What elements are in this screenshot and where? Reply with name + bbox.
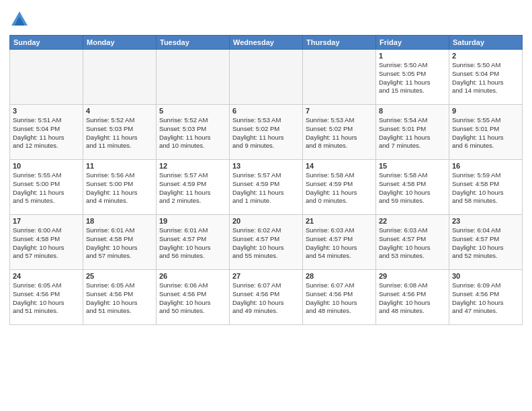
day-number: 27 — [232, 272, 300, 280]
day-number: 24 — [13, 272, 80, 280]
day-number: 7 — [306, 107, 373, 115]
week-row-3: 17Sunrise: 6:00 AMSunset: 4:58 PMDayligh… — [10, 215, 523, 270]
header — [9, 7, 523, 30]
week-row-1: 3Sunrise: 5:51 AMSunset: 5:04 PMDaylight… — [10, 105, 523, 160]
day-number: 29 — [379, 272, 446, 280]
day-number: 2 — [452, 52, 519, 60]
weekday-header-thursday: Thursday — [303, 36, 376, 50]
day-info: Sunrise: 5:59 AMSunset: 4:58 PMDaylight:… — [452, 171, 519, 205]
calendar-cell: 9Sunrise: 5:55 AMSunset: 5:01 PMDaylight… — [449, 105, 523, 160]
day-info: Sunrise: 6:01 AMSunset: 4:58 PMDaylight:… — [86, 226, 153, 261]
day-info: Sunrise: 5:53 AMSunset: 5:02 PMDaylight:… — [306, 116, 373, 150]
day-info: Sunrise: 6:03 AMSunset: 4:57 PMDaylight:… — [379, 226, 446, 261]
day-info: Sunrise: 6:05 AMSunset: 4:56 PMDaylight:… — [86, 281, 153, 316]
calendar-cell: 11Sunrise: 5:56 AMSunset: 5:00 PMDayligh… — [83, 160, 157, 215]
day-info: Sunrise: 5:50 AMSunset: 5:05 PMDaylight:… — [379, 61, 446, 95]
day-info: Sunrise: 5:53 AMSunset: 5:02 PMDaylight:… — [232, 116, 300, 150]
weekday-header-saturday: Saturday — [449, 36, 523, 50]
day-number: 18 — [86, 217, 153, 225]
calendar-cell: 22Sunrise: 6:03 AMSunset: 4:57 PMDayligh… — [376, 215, 449, 270]
day-number: 14 — [306, 162, 373, 170]
day-info: Sunrise: 5:57 AMSunset: 4:59 PMDaylight:… — [232, 171, 300, 205]
day-info: Sunrise: 6:02 AMSunset: 4:57 PMDaylight:… — [232, 226, 300, 261]
calendar-cell: 5Sunrise: 5:52 AMSunset: 5:03 PMDaylight… — [157, 105, 230, 160]
calendar-cell — [303, 50, 376, 105]
day-info: Sunrise: 6:00 AMSunset: 4:58 PMDaylight:… — [13, 226, 80, 261]
calendar-cell: 14Sunrise: 5:58 AMSunset: 4:59 PMDayligh… — [303, 160, 376, 215]
calendar-cell: 10Sunrise: 5:55 AMSunset: 5:00 PMDayligh… — [10, 160, 83, 215]
calendar-cell: 30Sunrise: 6:09 AMSunset: 4:56 PMDayligh… — [449, 270, 523, 325]
day-info: Sunrise: 6:01 AMSunset: 4:57 PMDaylight:… — [159, 226, 226, 261]
day-info: Sunrise: 6:07 AMSunset: 4:56 PMDaylight:… — [232, 281, 300, 316]
calendar-cell: 17Sunrise: 6:00 AMSunset: 4:58 PMDayligh… — [10, 215, 83, 270]
day-info: Sunrise: 5:50 AMSunset: 5:04 PMDaylight:… — [452, 61, 519, 95]
calendar-cell: 3Sunrise: 5:51 AMSunset: 5:04 PMDaylight… — [10, 105, 83, 160]
week-row-4: 24Sunrise: 6:05 AMSunset: 4:56 PMDayligh… — [10, 270, 523, 325]
day-number: 19 — [159, 217, 226, 225]
calendar-cell: 8Sunrise: 5:54 AMSunset: 5:01 PMDaylight… — [376, 105, 449, 160]
calendar-cell: 2Sunrise: 5:50 AMSunset: 5:04 PMDaylight… — [449, 50, 523, 105]
calendar-cell: 25Sunrise: 6:05 AMSunset: 4:56 PMDayligh… — [83, 270, 157, 325]
weekday-header-wednesday: Wednesday — [230, 36, 303, 50]
day-info: Sunrise: 6:04 AMSunset: 4:57 PMDaylight:… — [452, 226, 519, 261]
page: SundayMondayTuesdayWednesdayThursdayFrid… — [0, 0, 532, 411]
day-info: Sunrise: 5:58 AMSunset: 4:59 PMDaylight:… — [306, 171, 373, 205]
day-number: 21 — [306, 217, 373, 225]
calendar-cell: 23Sunrise: 6:04 AMSunset: 4:57 PMDayligh… — [449, 215, 523, 270]
day-number: 22 — [379, 217, 446, 225]
day-info: Sunrise: 5:56 AMSunset: 5:00 PMDaylight:… — [86, 171, 153, 205]
day-number: 28 — [306, 272, 373, 280]
calendar-cell: 12Sunrise: 5:57 AMSunset: 4:59 PMDayligh… — [157, 160, 230, 215]
calendar-cell: 7Sunrise: 5:53 AMSunset: 5:02 PMDaylight… — [303, 105, 376, 160]
calendar-cell: 13Sunrise: 5:57 AMSunset: 4:59 PMDayligh… — [230, 160, 303, 215]
calendar-cell: 16Sunrise: 5:59 AMSunset: 4:58 PMDayligh… — [449, 160, 523, 215]
calendar-cell: 15Sunrise: 5:58 AMSunset: 4:58 PMDayligh… — [376, 160, 449, 215]
day-info: Sunrise: 6:06 AMSunset: 4:56 PMDaylight:… — [159, 281, 226, 316]
calendar-cell: 29Sunrise: 6:08 AMSunset: 4:56 PMDayligh… — [376, 270, 449, 325]
day-info: Sunrise: 6:09 AMSunset: 4:56 PMDaylight:… — [452, 281, 519, 316]
day-number: 23 — [452, 217, 519, 225]
day-number: 12 — [159, 162, 226, 170]
day-number: 26 — [159, 272, 226, 280]
week-row-0: 1Sunrise: 5:50 AMSunset: 5:05 PMDaylight… — [10, 50, 523, 105]
weekday-header-row: SundayMondayTuesdayWednesdayThursdayFrid… — [10, 36, 523, 50]
calendar-cell — [230, 50, 303, 105]
day-info: Sunrise: 5:57 AMSunset: 4:59 PMDaylight:… — [159, 171, 226, 205]
calendar-cell — [157, 50, 230, 105]
day-info: Sunrise: 6:07 AMSunset: 4:56 PMDaylight:… — [306, 281, 373, 316]
day-number: 10 — [13, 162, 80, 170]
calendar-cell: 24Sunrise: 6:05 AMSunset: 4:56 PMDayligh… — [10, 270, 83, 325]
calendar-cell: 6Sunrise: 5:53 AMSunset: 5:02 PMDaylight… — [230, 105, 303, 160]
calendar-cell: 1Sunrise: 5:50 AMSunset: 5:05 PMDaylight… — [376, 50, 449, 105]
calendar-cell: 28Sunrise: 6:07 AMSunset: 4:56 PMDayligh… — [303, 270, 376, 325]
calendar-cell — [10, 50, 83, 105]
calendar-table: SundayMondayTuesdayWednesdayThursdayFrid… — [9, 35, 523, 325]
calendar-cell: 18Sunrise: 6:01 AMSunset: 4:58 PMDayligh… — [83, 215, 157, 270]
day-number: 15 — [379, 162, 446, 170]
day-number: 25 — [86, 272, 153, 280]
weekday-header-friday: Friday — [376, 36, 449, 50]
day-info: Sunrise: 6:05 AMSunset: 4:56 PMDaylight:… — [13, 281, 80, 316]
day-number: 20 — [232, 217, 300, 225]
calendar-cell — [83, 50, 157, 105]
day-number: 9 — [452, 107, 519, 115]
day-number: 3 — [13, 107, 80, 115]
day-info: Sunrise: 5:58 AMSunset: 4:58 PMDaylight:… — [379, 171, 446, 205]
day-info: Sunrise: 6:08 AMSunset: 4:56 PMDaylight:… — [379, 281, 446, 316]
calendar-cell: 20Sunrise: 6:02 AMSunset: 4:57 PMDayligh… — [230, 215, 303, 270]
day-number: 17 — [13, 217, 80, 225]
weekday-header-sunday: Sunday — [10, 36, 83, 50]
day-number: 5 — [159, 107, 226, 115]
calendar-cell: 27Sunrise: 6:07 AMSunset: 4:56 PMDayligh… — [230, 270, 303, 325]
day-number: 16 — [452, 162, 519, 170]
day-number: 6 — [232, 107, 300, 115]
day-info: Sunrise: 5:52 AMSunset: 5:03 PMDaylight:… — [86, 116, 153, 150]
weekday-header-tuesday: Tuesday — [157, 36, 230, 50]
day-info: Sunrise: 5:51 AMSunset: 5:04 PMDaylight:… — [13, 116, 80, 150]
week-row-2: 10Sunrise: 5:55 AMSunset: 5:00 PMDayligh… — [10, 160, 523, 215]
day-number: 8 — [379, 107, 446, 115]
day-number: 11 — [86, 162, 153, 170]
calendar-cell: 21Sunrise: 6:03 AMSunset: 4:57 PMDayligh… — [303, 215, 376, 270]
day-info: Sunrise: 5:55 AMSunset: 5:01 PMDaylight:… — [452, 116, 519, 150]
day-info: Sunrise: 5:52 AMSunset: 5:03 PMDaylight:… — [159, 116, 226, 150]
